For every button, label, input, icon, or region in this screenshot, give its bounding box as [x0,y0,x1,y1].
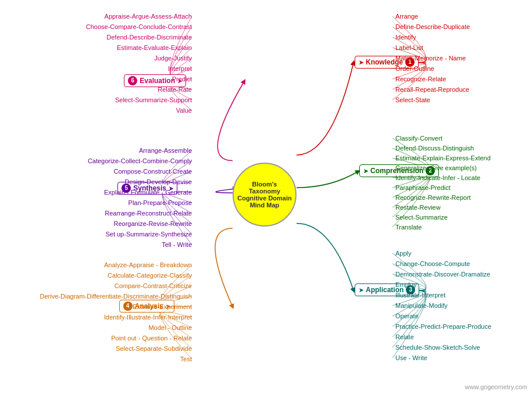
leaf-application-9: Schedule-Show-Sketch-Solve [395,344,480,351]
leaf-evaluation-2: Defend-Describe-Discriminate [6,34,192,41]
center-line2: Taxonomy [249,188,280,195]
watermark: www.gogeometry.com [465,383,527,390]
leaf-knowledge-5: Order-Outline [395,65,434,72]
leaf-comprehension-8: Select-Summarize [395,214,448,221]
leaf-synthesis-1: Categorize-Collect-Combine-Comply [6,157,192,164]
leaf-synthesis-0: Arrange-Assemble [6,147,192,154]
leaf-evaluation-5: Interpret [6,65,192,72]
leaf-synthesis-3: Design-Develop-Devise [6,178,192,185]
leaf-evaluation-3: Estimate-Evaluate-Explain [6,44,192,51]
leaf-synthesis-5: Plan-Prepare-Propose [6,199,192,206]
leaf-synthesis-7: Reorganize-Revise-Rewrite [6,220,192,227]
leaf-synthesis-4: Explain - Formulate - Generate [6,189,192,196]
leaf-analysis-0: Analyze-Appraise - Breakdown [6,261,192,268]
leaf-application-4: Illustrate-Interpret [395,292,445,299]
leaf-knowledge-4: Match-Memorize - Name [395,55,466,62]
leaf-analysis-7: Point out - Question - Relate [6,335,192,342]
leaf-evaluation-0: Appraise-Argue-Assess-Attach [6,13,192,20]
leaf-analysis-6: Model - Outline [6,324,192,331]
leaf-application-0: Apply [395,250,412,257]
leaf-evaluation-7: Relate-Rate [6,86,192,93]
leaf-evaluation-9: Value [6,107,192,114]
leaf-evaluation-4: Judge-Justify [6,55,192,62]
leaf-knowledge-2: Identify [395,34,416,41]
leaf-knowledge-0: Arrange [395,13,418,20]
leaf-analysis-9: Test [6,356,192,362]
leaf-analysis-5: Identify-Illustrate-Infer-Interpret [6,314,192,321]
leaf-synthesis-8: Set up-Summarize-Synthesize [6,231,192,238]
leaf-knowledge-8: Select-State [395,96,430,103]
leaf-application-5: Manipulate-Modify [395,302,448,309]
leaf-comprehension-1: Defend-Discuss-Distinguish [395,145,474,152]
leaf-analysis-2: Compare-Contrast-Criticize [6,282,192,289]
leaf-synthesis-6: Rearrange-Reconstruct-Relate [6,210,192,217]
leaf-comprehension-2: Estimate-Explain-Express-Extend [395,155,491,161]
leaf-comprehension-9: Translate [395,224,422,231]
leaf-knowledge-6: Recognize-Relate [395,76,446,82]
arrow-icon-knowledge: ➤ [359,59,363,66]
leaf-application-3: Employ [395,281,417,288]
arrow-icon-comprehension: ➤ [363,168,368,174]
leaf-application-7: Practice-Predict-Prepare-Produce [395,323,491,330]
center-line3: Cognitive Domain [237,195,292,202]
arrow-icon-application: ➤ [359,287,363,293]
leaf-comprehension-3: Generalize- Give example(s) [395,164,477,171]
leaf-knowledge-7: Recall-Repeat-Reproduce [395,86,469,93]
leaf-synthesis-2: Compose-Construct-Create [6,168,192,175]
leaf-comprehension-0: Classify-Convert [395,135,442,142]
leaf-analysis-3: Derive-Diagram-Differentiate-Discriminat… [6,293,192,300]
leaf-knowledge-1: Define-Describe-Duplicate [395,23,470,30]
center-line4: Mind Map [250,202,280,209]
leaf-evaluation-1: Choose-Compare-Conclude-Contrast [6,23,192,30]
leaf-application-6: Operate [395,313,419,319]
leaf-comprehension-4: Identify-Indicate-Infer - Locate [395,174,480,181]
leaf-knowledge-3: Label-List [395,44,423,51]
leaf-comprehension-6: Recognize-Rewrite-Report [395,194,471,201]
leaf-application-2: Demonstrate-Discover-Dramatize [395,271,490,278]
leaf-analysis-4: Examine-Experiment [6,303,192,310]
leaf-application-8: Relate [395,333,414,340]
leaf-application-10: Use - Write [395,354,427,361]
leaf-comprehension-5: Paraphrase-Predict [395,184,451,191]
leaf-evaluation-6: Predict [6,76,192,82]
leaf-synthesis-9: Tell - Write [6,241,192,248]
leaf-comprehension-7: Restate-Review [395,204,441,211]
leaf-evaluation-8: Select-Summarize-Support [6,96,192,103]
mind-map: Bloom's Taxonomy Cognitive Domain Mind M… [0,0,532,395]
center-node: Bloom's Taxonomy Cognitive Domain Mind M… [233,163,297,227]
center-line1: Bloom's [252,181,277,188]
leaf-analysis-8: Select-Separate-Subdivide [6,345,192,352]
leaf-application-1: Change-Choose-Compute [395,260,470,267]
leaf-analysis-1: Calculate-Categorize-Classify [6,272,192,279]
